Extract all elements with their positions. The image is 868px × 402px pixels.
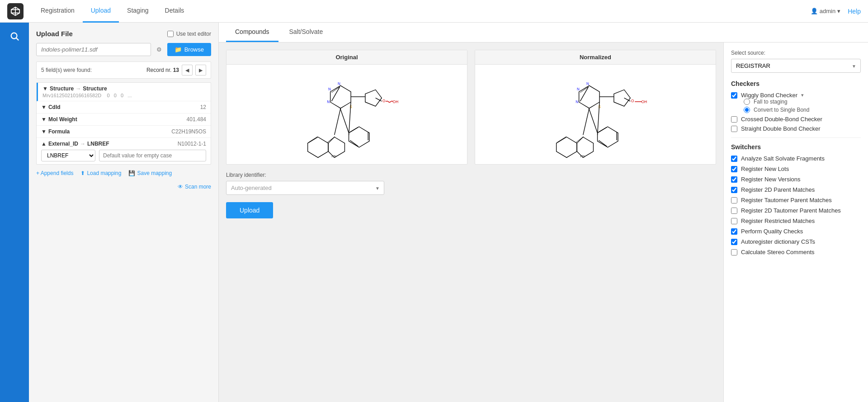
svg-text:S: S (349, 105, 352, 109)
load-mapping-link[interactable]: ⬆ Load mapping (80, 170, 121, 176)
expand-icon-4[interactable]: ▲ (41, 141, 47, 147)
svg-text:N: N (586, 82, 589, 86)
straight-double-label: Straight Double Bond Checker (741, 125, 821, 132)
tab-registration[interactable]: Registration (33, 0, 83, 23)
straight-double-checkbox[interactable] (731, 126, 737, 132)
save-mapping-link[interactable]: 💾 Save mapping (128, 170, 172, 176)
register-versions-checkbox[interactable] (731, 176, 737, 183)
register-tautomer-label: Register Tautomer Parent Matches (741, 197, 832, 203)
source-select[interactable]: REGISTRAR (731, 59, 861, 73)
wiggly-bond-checker-row: Wiggly Bond Checker ▾ (731, 92, 861, 99)
record-nav: Record nr. 13 ◀ ▶ (146, 65, 206, 76)
field-molweight-name: ▼ Mol Weight (41, 116, 77, 123)
expand-icon-2[interactable]: ▼ (41, 116, 47, 123)
svg-marker-11 (330, 85, 351, 108)
browse-button[interactable]: 📁 Browse (167, 43, 211, 56)
svg-text:N: N (327, 100, 330, 104)
svg-line-17 (331, 87, 340, 101)
use-text-editor-label[interactable]: Use text editor (167, 31, 211, 37)
convert-single-radio[interactable] (744, 107, 750, 113)
fall-to-staging-row: Fall to staging (744, 99, 861, 105)
field-externalid: ▲ External_ID → LNBREF N10012-1-1 LNBREF (37, 138, 211, 164)
use-text-editor-text: Use text editor (176, 31, 211, 37)
tab-details[interactable]: Details (157, 0, 193, 23)
upload-button[interactable]: Upload (226, 202, 273, 218)
library-id-wrapper: Auto-generated (226, 181, 384, 195)
register-2d-checkbox[interactable] (731, 187, 737, 193)
help-link[interactable]: Help (848, 8, 861, 15)
svg-marker-50 (598, 127, 618, 147)
field-externalid-value: N10012-1-1 (178, 141, 206, 147)
analyze-salt-checkbox[interactable] (731, 156, 737, 162)
append-fields-link[interactable]: + Append fields (36, 170, 73, 176)
source-select-wrapper: REGISTRAR (731, 59, 861, 73)
register-lots-checkbox[interactable] (731, 166, 737, 172)
switcher-register-lots: Register New Lots (731, 166, 861, 172)
upload-file-header: Upload File Use text editor (36, 30, 211, 38)
library-id-label: Library identifier: (226, 172, 716, 178)
calculate-stereo-checkbox[interactable] (731, 249, 737, 255)
fields-count: 5 field(s) were found: (41, 67, 92, 73)
external-id-select[interactable]: LNBREF (41, 150, 95, 161)
tab-upload[interactable]: Upload (83, 0, 119, 23)
tab-compounds[interactable]: Compounds (226, 23, 278, 42)
library-id-select[interactable]: Auto-generated (226, 181, 384, 195)
sidebar-search-button[interactable] (5, 27, 24, 45)
topnav-right: 👤 admin ▾ Help (811, 8, 861, 15)
switcher-register-versions: Register New Versions (731, 176, 861, 183)
svg-point-4 (11, 33, 17, 39)
svg-text:N: N (577, 87, 580, 91)
content-area: Original HN (219, 43, 868, 402)
field-externalid-name: ▲ External_ID → LNBREF (41, 141, 109, 147)
switcher-calculate-stereo: Calculate Stereo Comments (731, 249, 861, 255)
field-cdid-value: 12 (200, 104, 206, 110)
field-formula-header: ▼ Formula C22H19N5OS (41, 128, 206, 135)
svg-line-54 (589, 108, 597, 133)
perform-quality-checkbox[interactable] (731, 228, 737, 235)
next-record-button[interactable]: ▶ (195, 65, 206, 76)
switcher-register-2d: Register 2D Parent Matches (731, 186, 861, 193)
checkers-title: Checkers (731, 80, 861, 87)
collapse-icon[interactable]: ▼ (42, 85, 48, 92)
gear-button[interactable]: ⚙ (155, 43, 164, 56)
source-label: Select source: (731, 50, 861, 56)
expand-icon[interactable]: ▼ (41, 104, 47, 110)
register-2d-tautomer-checkbox[interactable] (731, 208, 737, 214)
prev-record-button[interactable]: ◀ (182, 65, 193, 76)
dropdown-icon: ▾ (837, 8, 840, 14)
topnav-tabs: Registration Upload Staging Details (33, 0, 811, 23)
straight-double-checker-row: Straight Double Bond Checker (731, 125, 861, 132)
mol-panels: Original HN (226, 50, 716, 165)
field-structure: ▼ Structure → Structure Mrv1612502101661… (37, 83, 211, 101)
main-layout: Upload File Use text editor ⚙ 📁 Browse 5… (29, 23, 868, 402)
wiggly-bond-checkbox[interactable] (731, 92, 737, 99)
scan-more-link[interactable]: 👁 Scan more (178, 184, 211, 190)
external-default-input[interactable] (99, 150, 206, 161)
fall-to-staging-radio[interactable] (744, 99, 750, 105)
register-restricted-checkbox[interactable] (731, 218, 737, 224)
autoregister-dict-checkbox[interactable] (731, 239, 737, 245)
field-molweight-header: ▼ Mol Weight 401.484 (41, 116, 206, 123)
svg-line-41 (580, 87, 588, 101)
normalized-molecule-svg: HN N N N S (480, 69, 711, 160)
tab-staging[interactable]: Staging (119, 0, 156, 23)
load-icon: ⬆ (80, 170, 85, 176)
molecules-area: Original HN (219, 43, 723, 402)
normalized-panel-header: Normalized (475, 50, 716, 65)
admin-menu[interactable]: 👤 admin ▾ (811, 8, 840, 14)
svg-line-34 (576, 137, 583, 142)
svg-line-26 (350, 127, 358, 132)
register-tautomer-checkbox[interactable] (731, 197, 737, 203)
expand-icon-3[interactable]: ▼ (41, 128, 47, 135)
svg-marker-7 (328, 137, 344, 157)
svg-text:N: N (338, 82, 340, 86)
wiggly-bond-dropdown[interactable]: ▾ (801, 92, 804, 98)
register-lots-label: Register New Lots (741, 166, 789, 172)
crossed-double-checkbox[interactable] (731, 116, 737, 123)
svg-marker-25 (349, 127, 369, 147)
svg-line-48 (583, 108, 590, 135)
tab-salt-solvate[interactable]: Salt/Solvate (280, 23, 332, 42)
svg-marker-31 (577, 137, 593, 157)
use-text-editor-checkbox[interactable] (167, 31, 174, 37)
file-path-input[interactable] (36, 43, 151, 56)
